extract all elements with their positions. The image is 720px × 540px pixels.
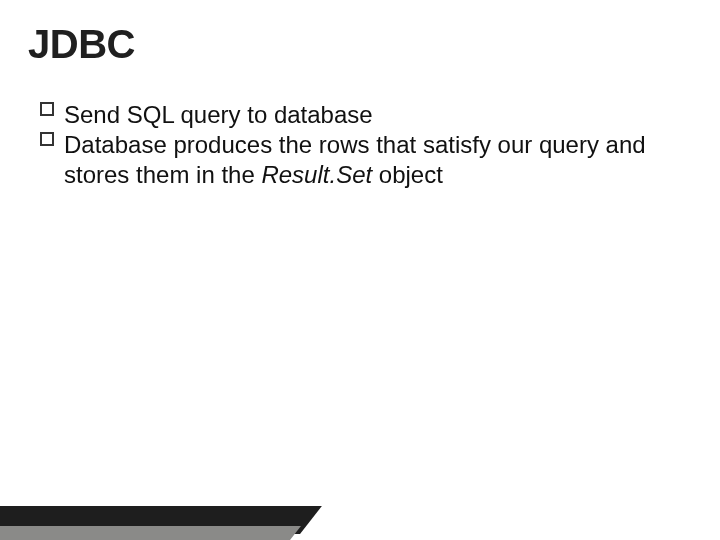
bullet-item: Send SQL query to database [40,100,680,130]
bullet-text: object [379,161,443,188]
bullet-item: Database produces the rows that satisfy … [40,130,680,190]
square-bullet-icon [40,132,54,146]
slide-title: JDBC [28,22,135,67]
slide-content: Send SQL query to database Database prod… [40,100,680,190]
decorative-wedge-gray [0,526,301,540]
bullet-text: Send SQL query to database [64,101,373,128]
square-bullet-icon [40,102,54,116]
bullet-emphasis: Result.Set [261,161,372,188]
